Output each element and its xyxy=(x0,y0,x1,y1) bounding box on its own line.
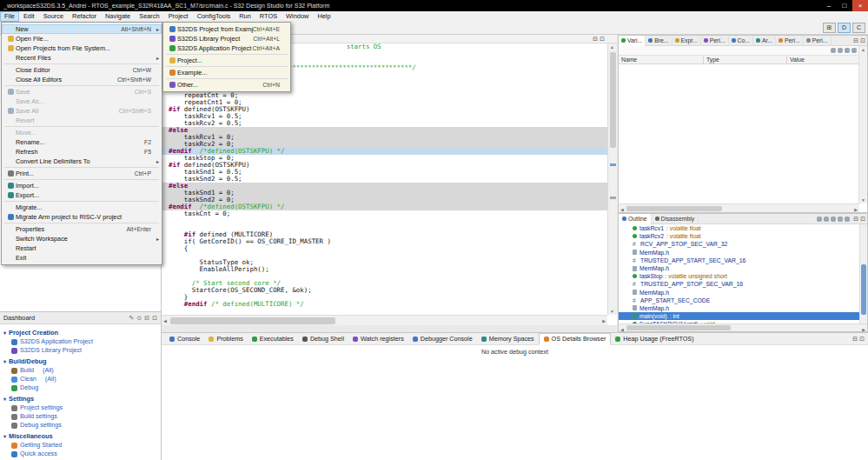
menu-item-save-all[interactable]: Save AllCtrl+Shift+S xyxy=(2,106,162,116)
menu-window[interactable]: Window xyxy=(282,11,313,22)
link-suffix[interactable]: (All) xyxy=(43,366,54,375)
submenu-item-project[interactable]: Project... xyxy=(163,56,290,65)
tab-console[interactable]: Console xyxy=(165,333,204,345)
tab-co[interactable]: Co... xyxy=(729,36,753,46)
submenu-item-other[interactable]: Other...Ctrl+N xyxy=(163,80,290,90)
scrollbar-thumb[interactable] xyxy=(170,317,335,324)
menu-file[interactable]: File xyxy=(0,11,19,22)
scrollbar-thumb[interactable] xyxy=(626,206,722,211)
tab-expr[interactable]: Expr... xyxy=(673,36,701,46)
tab-peri[interactable]: Peri... xyxy=(701,36,729,46)
panel-minimize-icon[interactable]: ⊟ xyxy=(853,216,858,223)
menu-item-print[interactable]: Print...Ctrl+P xyxy=(2,169,162,178)
outline-item-rcv-app-stop-sec-var-32[interactable]: #RCV_APP_STOP_SEC_VAR_32 xyxy=(619,240,867,248)
menu-configtools[interactable]: ConfigTools xyxy=(193,11,235,22)
variables-vertical-scrollbar[interactable]: ▲ ▼ xyxy=(858,46,867,203)
outline-item-memmap-h[interactable]: MemMap.h xyxy=(619,249,867,257)
submenu-item-s32ds-library-project[interactable]: S32DS Library ProjectCtrl+Alt+L xyxy=(163,34,290,43)
view-menu-icon[interactable] xyxy=(845,217,850,222)
view-menu-icon[interactable] xyxy=(851,48,857,53)
menu-item-migrate[interactable]: Migrate... xyxy=(2,203,162,212)
tab-bre[interactable]: Bre... xyxy=(646,36,672,46)
menu-item-rename[interactable]: Rename...F2 xyxy=(2,137,162,147)
menu-item-open-projects-from-file-system[interactable]: Open Projects from File System... xyxy=(2,43,162,53)
scroll-right-icon[interactable]: ▶ xyxy=(602,318,606,323)
code-line[interactable]: StartCore(OS_SECOND_CORE, &ok); xyxy=(162,287,607,294)
scrollbar-thumb[interactable] xyxy=(610,52,616,148)
debug-perspective-button[interactable]: D xyxy=(838,23,851,33)
outline-item-trusted-app-start-sec-var-16[interactable]: #TRUSTED_APP_START_SEC_VAR_16 xyxy=(619,257,867,264)
tab-ar[interactable]: Ar... xyxy=(753,36,776,46)
dashboard-section-project-creation[interactable]: ▾Project Creation xyxy=(3,329,157,337)
tab-disassembly[interactable]: Disassembly xyxy=(652,214,699,224)
menu-item-revert[interactable]: Revert xyxy=(2,116,162,125)
editor-horizontal-scrollbar[interactable]: ◀ ▶ xyxy=(162,315,607,325)
menu-help[interactable]: Help xyxy=(313,11,335,22)
minimize-button[interactable]: – xyxy=(821,0,837,11)
scroll-left-icon[interactable]: ◀ xyxy=(620,207,624,212)
panel-maximize-icon[interactable]: ⊡ xyxy=(860,37,865,44)
outline-item-memmap-h[interactable]: MemMap.h xyxy=(619,289,867,297)
tab-heap-usage-freertos[interactable]: Heap Usage (FreeRTOS) xyxy=(611,333,698,345)
menu-item-exit[interactable]: Exit xyxy=(2,253,162,263)
dashboard-link-debug-settings[interactable]: Debug settings xyxy=(3,421,157,430)
maximize-button[interactable]: □ xyxy=(837,0,852,11)
tab-peri[interactable]: Peri... xyxy=(776,36,804,46)
menu-refactor[interactable]: Refactor xyxy=(68,11,101,22)
dashboard-link-getting-started[interactable]: Getting Started xyxy=(3,441,157,450)
open-perspective-icon[interactable]: ⊞ xyxy=(823,23,836,33)
outline-item-memmap-h[interactable]: MemMap.h xyxy=(619,304,867,312)
menu-item-export[interactable]: Export... xyxy=(2,190,162,200)
tab-outline[interactable]: Outline xyxy=(619,214,652,224)
code-line[interactable]: { xyxy=(162,245,607,252)
menu-project[interactable]: Project xyxy=(164,11,193,22)
edit-icon[interactable]: ✎ xyxy=(129,312,135,323)
dashboard-link-project-settings[interactable]: Project settings xyxy=(3,403,157,412)
menu-item-properties[interactable]: PropertiesAlt+Enter xyxy=(2,224,162,234)
hide-fields-icon[interactable] xyxy=(824,217,829,222)
tab-debug-shell[interactable]: Debug Shell xyxy=(298,333,348,345)
dashboard-link-build-settings[interactable]: Build settings xyxy=(3,412,157,421)
panel-maximize-icon[interactable]: ⊡ xyxy=(859,336,865,343)
panel-minimize-icon[interactable]: ⊟ xyxy=(852,336,858,343)
code-line[interactable]: taskRcv2 = 0.5; xyxy=(162,120,607,127)
scrollbar-thumb[interactable] xyxy=(626,325,731,330)
column-header-type[interactable]: Type xyxy=(704,56,787,63)
submenu-item-example[interactable]: Example... xyxy=(163,68,290,77)
editor-vertical-scrollbar[interactable]: ▲ ▼ xyxy=(607,43,617,315)
hide-non-public-icon[interactable] xyxy=(838,217,843,222)
menu-item-import[interactable]: Import... xyxy=(2,181,162,190)
scroll-down-icon[interactable]: ▼ xyxy=(861,197,865,203)
tab-peri[interactable]: Peri... xyxy=(804,36,832,46)
dashboard-link-quick-access[interactable]: Quick access xyxy=(3,450,157,458)
menu-item-restart[interactable]: Restart xyxy=(2,243,162,253)
show-logical-structure-icon[interactable] xyxy=(838,48,843,53)
outline-item-app-start-sec-code[interactable]: #APP_START_SEC_CODE xyxy=(619,297,867,304)
panel-minimize-icon[interactable]: ⊟ xyxy=(853,37,858,44)
menu-source[interactable]: Source xyxy=(39,11,68,22)
dashboard-link-clean[interactable]: Clean(All) xyxy=(3,375,157,383)
outline-vertical-scrollbar[interactable] xyxy=(859,224,867,324)
menu-item-close-editor[interactable]: Close EditorCtrl+W xyxy=(2,65,162,75)
menu-item-open-file[interactable]: Open File... xyxy=(2,34,162,43)
menu-search[interactable]: Search xyxy=(135,11,163,22)
menu-item-save-as[interactable]: Save As... xyxy=(2,97,162,106)
menu-navigate[interactable]: Navigate xyxy=(101,11,135,22)
menu-item-save[interactable]: SaveCtrl+S xyxy=(2,87,162,97)
column-header-value[interactable]: Value xyxy=(787,56,861,63)
scroll-down-icon[interactable]: ▼ xyxy=(610,309,614,314)
dashboard-section-miscellaneous[interactable]: ▾Miscellaneous xyxy=(3,432,157,441)
tab-debugger-console[interactable]: Debugger Console xyxy=(408,333,477,345)
maximize-icon[interactable]: ⊡ xyxy=(152,312,157,323)
pin-icon[interactable]: ⊙ xyxy=(136,312,142,323)
dashboard-section-build-debug[interactable]: ▾Build/Debug xyxy=(3,357,157,366)
editor-maximize-icon[interactable]: ⊡ xyxy=(600,35,605,43)
outline-horizontal-scrollbar[interactable]: ◀ ▶ xyxy=(619,323,867,331)
submenu-item-s32ds-application-project[interactable]: S32DS Application ProjectCtrl+Alt+A xyxy=(163,43,290,53)
cpp-perspective-button[interactable]: C xyxy=(852,23,865,33)
collapse-all-icon[interactable] xyxy=(845,48,850,53)
outline-item-main-void[interactable]: main(void) : int xyxy=(619,312,867,320)
dashboard-link-s32ds-library-project[interactable]: S32DS Library Project xyxy=(3,346,157,355)
menu-item-convert-line-delimiters-to[interactable]: Convert Line Delimiters To▸ xyxy=(2,157,162,166)
outline-item-memmap-h[interactable]: MemMap.h xyxy=(619,264,867,272)
